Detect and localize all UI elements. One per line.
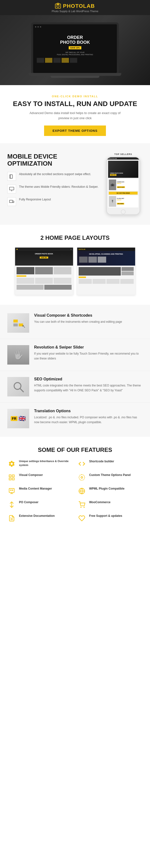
svg-point-3 — [11, 190, 12, 191]
top-sellers-label: TOP SELLERS — [104, 153, 143, 155]
phone-mockup: TOP SELLERS PHOTOLAB ORDER PHOTO BOOK SA… — [104, 153, 143, 215]
visual-composer-row: ↖ Visual Composer & Shortcodes You can u… — [0, 307, 150, 339]
composer-icon — [7, 473, 16, 482]
support-text: Free Support & updates — [89, 514, 122, 518]
feature-item-support: Free Support & updates — [78, 514, 143, 523]
layout-1-product-3 — [54, 278, 71, 284]
media-manager-icon — [7, 487, 16, 495]
gear-icon — [7, 459, 16, 468]
phone-product-image — [109, 180, 116, 190]
layout-1-img-1 — [17, 267, 34, 274]
header-tagline: Photo Supply & Lab WordPress Theme — [0, 10, 150, 13]
svg-point-7 — [112, 185, 113, 186]
phone-brand: PHOTOLAB — [109, 158, 117, 159]
seo-title: SEO Optimized — [34, 377, 143, 381]
svg-point-17 — [81, 477, 83, 478]
slider-text: The theme uses Mobile Friendly sliders: … — [19, 185, 98, 189]
layout-2-img-main — [79, 267, 121, 276]
demo-label: ONE-CLICK DEMO INSTALL — [7, 95, 143, 98]
feature-item-theme-options: Custom Theme Options Panel — [78, 473, 143, 482]
layouts-title: 2 HOME PAGE LAYOUTS — [7, 235, 143, 241]
screen-item-4 — [62, 58, 69, 63]
layout-1-nav-text: ☰ — [70, 249, 71, 250]
layout-thumb-1[interactable]: ☰ ORDER PHOTO BOOK SAVE 10% — [15, 247, 73, 295]
screen-headline-line2: PHOTO BOOK — [37, 40, 113, 45]
nav-dot-1 — [35, 26, 36, 28]
slider-icon — [7, 185, 16, 193]
phone-hero-text: ORDER PHOTO BOOK SAVE 10% — [109, 172, 124, 177]
visual-composer-icon: ↖ — [7, 313, 29, 333]
export-theme-button[interactable]: EXPORT THEME OPTIONS — [44, 125, 106, 136]
custom-theme-options-text: Custom Theme Options Panel — [89, 473, 131, 477]
layout-1-products — [17, 278, 71, 284]
layout-1-accent — [17, 275, 26, 277]
svg-rect-10 — [112, 202, 113, 203]
shortcode-icon — [78, 459, 86, 468]
screen-items — [37, 58, 113, 63]
layout-2-product-1 — [79, 279, 92, 284]
layout-2-logo-text: PHOTOLAB — [79, 249, 86, 250]
magnifier-svg — [12, 381, 24, 393]
phone-product-price-2: $149.00 — [117, 199, 138, 200]
phone-product-info: CANON EOS $299.00 ADD TO CART — [117, 181, 138, 188]
swipe-icon — [7, 172, 16, 181]
phone-cta: NO COST PRE-ORDER — [109, 192, 138, 194]
layout-1-badge: SAVE 10% — [40, 256, 48, 258]
translation-desc: Localized: .po & .mo files included. PO … — [34, 415, 143, 424]
flag-fr: FR — [11, 416, 18, 421]
revolution-swiper-desc: If you want your website to be fully Tou… — [34, 351, 143, 361]
phone-order-btn[interactable]: PRE-ORDER — [117, 203, 124, 205]
layout-2-hero-text: DEVELOPING, SCANNING AND PRINTING — [79, 253, 133, 255]
feature-item-settings: Unique settings Inheritance & Override s… — [7, 459, 72, 468]
mobile-feature-swipe: Absolutely all the scrolled sections sup… — [7, 172, 99, 181]
seo-row: SEO Optimized HTML code integrated into … — [0, 371, 150, 403]
screen-sub: WE TAKE ALL OF YOUR FILM, DIGITAL PROCES… — [37, 51, 113, 56]
layout-2-side-1 — [121, 267, 134, 271]
svg-rect-22 — [12, 490, 13, 491]
mobile-feature-slider: The theme uses Mobile Friendly sliders: … — [7, 185, 99, 193]
layout-2-product-4 — [120, 279, 133, 284]
laptop-bottom — [29, 73, 121, 76]
svg-rect-16 — [12, 478, 14, 480]
svg-point-27 — [84, 507, 84, 507]
vc-shape-row-2 — [13, 323, 23, 327]
documentation-icon — [7, 514, 16, 523]
mobile-title: MOBILE DEVICE OPTIMIZATION — [7, 153, 99, 167]
screen-item-2 — [45, 58, 52, 63]
svg-rect-21 — [10, 490, 11, 491]
camera-icon — [55, 4, 61, 8]
layout-2-accent — [79, 277, 86, 278]
translation-row: FR 🇬🇧 Translation Options Localized: .po… — [0, 403, 150, 434]
layout-1-logo — [17, 249, 18, 250]
layout-2-hero: DEVELOPING, SCANNING AND PRINTING — [77, 251, 135, 266]
screen-headline-line1: ORDER — [37, 35, 113, 40]
svg-rect-4 — [9, 200, 13, 203]
seo-content: SEO Optimized HTML code integrated into … — [34, 377, 143, 393]
screen-item-3 — [53, 58, 61, 63]
translation-title: Translation Options — [34, 409, 143, 413]
layout-2-nav: PHOTOLAB — [77, 248, 135, 251]
demo-section: ONE-CLICK DEMO INSTALL EASY TO INSTALL, … — [0, 85, 150, 143]
layout-2-product-3 — [107, 279, 120, 284]
feature-item-shortcode: Shortcode builder — [78, 459, 143, 468]
phone-home-button[interactable] — [121, 209, 126, 214]
layout-2-content — [77, 266, 135, 295]
logo-name: PHOTO — [63, 3, 83, 9]
site-header: PHOTOLAB Photo Supply & Lab WordPress Th… — [0, 0, 150, 15]
features-grid: Unique settings Inheritance & Override s… — [7, 459, 143, 523]
support-icon — [78, 514, 86, 523]
feature-item-composer: Visual Composer — [7, 473, 72, 482]
feature-item-media: Media Content Manager — [7, 487, 72, 495]
feature-item-documentation: Extensive Documentation — [7, 514, 72, 523]
layout-thumb-2[interactable]: PHOTOLAB DEVELOPING, SCANNING AND PRINTI… — [77, 247, 136, 295]
phone-add-to-cart[interactable]: ADD TO CART — [117, 186, 125, 188]
seo-desc: HTML code integrated into the theme meet… — [34, 383, 143, 393]
vc-shape-2 — [19, 319, 23, 322]
screen-item-1 — [37, 58, 44, 63]
layouts-section: 2 HOME PAGE LAYOUTS ☰ ORDER PHOTO BOOK S… — [0, 225, 150, 305]
phone-screen: PHOTOLAB ORDER PHOTO BOOK SAVE 10% — [107, 157, 140, 214]
visual-composer-desc: You can use both of the instruments when… — [34, 319, 143, 324]
responsive-icon — [7, 197, 16, 206]
revolution-swiper-title: Revolution & Swiper Slider — [34, 345, 143, 349]
svg-rect-13 — [9, 475, 11, 477]
